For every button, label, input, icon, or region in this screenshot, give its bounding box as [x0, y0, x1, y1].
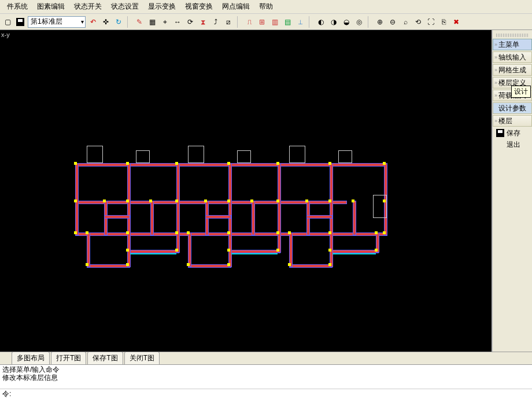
tab-save-t[interactable]: 保存T图	[87, 352, 123, 364]
side-grid-gen[interactable]: »网格生成	[493, 64, 532, 76]
side-save[interactable]: 保存	[493, 127, 532, 139]
command-history: 选择菜单/输入命令 修改本标准层信息	[0, 364, 532, 389]
zoom-fit-icon[interactable]: ⛶	[426, 17, 436, 27]
zoom-prev-icon[interactable]: ⟲	[413, 17, 423, 27]
main-area: x-y	[0, 30, 532, 352]
menu-grid-edit[interactable]: 网点编辑	[217, 1, 254, 13]
zoom-area-icon[interactable]: ⌕	[400, 17, 411, 27]
menubar: 件系统 图素编辑 状态开关 状态设置 显示变换 视窗变换 网点编辑 帮助	[0, 0, 532, 14]
grid4-icon[interactable]: ▦	[147, 17, 157, 27]
save-icon[interactable]	[15, 17, 25, 27]
chevron-icon: »	[494, 67, 497, 73]
toolbar: ▢ 第1标准层 ↶ ✜ ↻ ✎ ▦ ⌖ ↔ ⟳ ⧗ ⤴ ⧄ ⎍ ⊞ ▥ ▤ ⟂ …	[0, 14, 532, 30]
panel-grip[interactable]	[496, 34, 529, 37]
save-icon	[496, 129, 504, 137]
bottom-tabs: 多图布局 打开T图 保存T图 关闭T图	[0, 352, 532, 364]
menu-edit[interactable]: 图素编辑	[32, 1, 69, 13]
side-exit[interactable]: 退出	[493, 139, 532, 150]
menu-state-switch[interactable]: 状态开关	[69, 1, 106, 13]
cancel-icon[interactable]: ✖	[451, 17, 461, 27]
separator	[309, 16, 312, 28]
floor-plan	[75, 146, 387, 270]
tab-open-t[interactable]: 打开T图	[51, 352, 86, 364]
command-input[interactable]: 令:	[0, 389, 532, 399]
pick-icon[interactable]: ⌖	[160, 17, 170, 27]
copy-icon[interactable]: ⎘	[438, 17, 449, 27]
cross-icon[interactable]: ✜	[101, 17, 111, 27]
arc-icon[interactable]: ⤴	[210, 17, 221, 27]
separator	[368, 16, 371, 28]
tab-close-t[interactable]: 关闭T图	[124, 352, 160, 364]
cmd-line: 选择菜单/输入命令	[2, 365, 530, 374]
back-icon[interactable]: ↶	[88, 17, 98, 27]
drawing-canvas[interactable]: x-y	[0, 30, 492, 352]
side-axis-input[interactable]: »轴线输入	[493, 51, 532, 63]
circle-a-icon[interactable]: ◐	[316, 17, 326, 27]
separator	[127, 16, 131, 28]
chevron-icon: »	[494, 80, 497, 86]
mirror-icon[interactable]: ⧗	[198, 17, 208, 27]
circle-c-icon[interactable]: ◒	[341, 17, 352, 27]
tab-multi-layout[interactable]: 多图布局	[12, 352, 50, 364]
menu-view[interactable]: 视窗变换	[180, 1, 217, 13]
command-prompt: 令:	[2, 389, 11, 399]
pencil-icon[interactable]: ✎	[134, 17, 145, 27]
sheet-icon[interactable]: ▤	[282, 17, 293, 27]
target-icon[interactable]: ◎	[354, 17, 364, 27]
layer-label: 第1标准层	[31, 17, 62, 27]
chevron-icon: »	[494, 54, 497, 60]
menu-display[interactable]: 显示变换	[143, 1, 180, 13]
ruler-icon[interactable]: ⟂	[295, 17, 305, 27]
new-icon[interactable]: ▢	[2, 17, 13, 27]
menu-help[interactable]: 帮助	[254, 1, 278, 13]
measure-icon[interactable]: ⧄	[223, 17, 234, 27]
redo-icon[interactable]: ↻	[113, 17, 124, 27]
zoom-in-icon[interactable]: ⊕	[375, 17, 385, 27]
side-floor[interactable]: »楼层	[493, 115, 532, 127]
separator	[237, 16, 241, 28]
zoom-out-icon[interactable]: ⊖	[387, 17, 398, 27]
layer-select[interactable]: 第1标准层	[28, 16, 86, 28]
menu-state-set[interactable]: 状态设置	[106, 1, 143, 13]
axis-label: x-y	[1, 31, 10, 38]
chevron-icon: »	[494, 42, 497, 47]
menu-file[interactable]: 件系统	[2, 1, 32, 13]
circle-b-icon[interactable]: ◑	[328, 17, 339, 27]
rotate-icon[interactable]: ⟳	[185, 17, 195, 27]
side-panel: »主菜单 »轴线输入 »网格生成 »楼层定义 »荷载输入 设计参数 »楼层 保存…	[492, 30, 532, 352]
chevron-icon: »	[494, 118, 497, 124]
cmd-line: 修改本标准层信息	[2, 374, 530, 382]
side-design-param[interactable]: 设计参数	[493, 102, 532, 114]
move-icon[interactable]: ↔	[172, 17, 183, 27]
tooltip: 设计	[511, 86, 531, 98]
grid-red-icon[interactable]: ⊞	[257, 17, 267, 27]
col1-icon[interactable]: ⎍	[244, 17, 254, 27]
wall-icon[interactable]: ▥	[269, 17, 280, 27]
chevron-icon: »	[494, 93, 497, 98]
side-main-menu[interactable]: »主菜单	[493, 39, 532, 50]
